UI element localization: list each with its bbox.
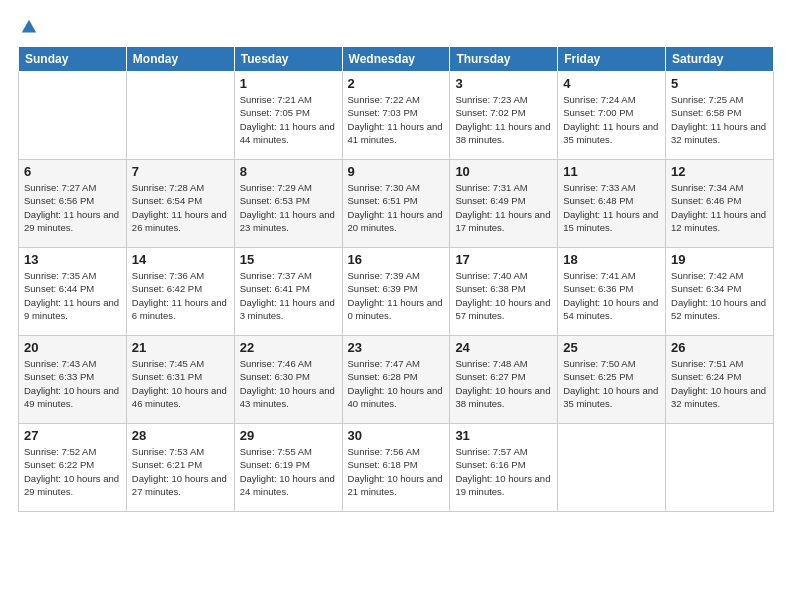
day-info: Sunrise: 7:30 AMSunset: 6:51 PMDaylight:… [348,181,445,234]
day-info: Sunrise: 7:40 AMSunset: 6:38 PMDaylight:… [455,269,552,322]
day-number: 15 [240,252,337,267]
calendar-cell: 2Sunrise: 7:22 AMSunset: 7:03 PMDaylight… [342,72,450,160]
day-info: Sunrise: 7:34 AMSunset: 6:46 PMDaylight:… [671,181,768,234]
day-info: Sunrise: 7:23 AMSunset: 7:02 PMDaylight:… [455,93,552,146]
calendar-cell: 22Sunrise: 7:46 AMSunset: 6:30 PMDayligh… [234,336,342,424]
calendar-cell: 11Sunrise: 7:33 AMSunset: 6:48 PMDayligh… [558,160,666,248]
logo [18,18,38,36]
day-info: Sunrise: 7:28 AMSunset: 6:54 PMDaylight:… [132,181,229,234]
day-info: Sunrise: 7:37 AMSunset: 6:41 PMDaylight:… [240,269,337,322]
calendar-cell: 17Sunrise: 7:40 AMSunset: 6:38 PMDayligh… [450,248,558,336]
day-info: Sunrise: 7:36 AMSunset: 6:42 PMDaylight:… [132,269,229,322]
calendar-header-friday: Friday [558,47,666,72]
calendar-cell: 5Sunrise: 7:25 AMSunset: 6:58 PMDaylight… [666,72,774,160]
calendar-week-3: 13Sunrise: 7:35 AMSunset: 6:44 PMDayligh… [19,248,774,336]
calendar-cell: 12Sunrise: 7:34 AMSunset: 6:46 PMDayligh… [666,160,774,248]
calendar-cell: 13Sunrise: 7:35 AMSunset: 6:44 PMDayligh… [19,248,127,336]
calendar-cell: 21Sunrise: 7:45 AMSunset: 6:31 PMDayligh… [126,336,234,424]
day-number: 8 [240,164,337,179]
calendar-cell: 16Sunrise: 7:39 AMSunset: 6:39 PMDayligh… [342,248,450,336]
day-number: 18 [563,252,660,267]
day-number: 4 [563,76,660,91]
calendar-cell: 27Sunrise: 7:52 AMSunset: 6:22 PMDayligh… [19,424,127,512]
day-info: Sunrise: 7:35 AMSunset: 6:44 PMDaylight:… [24,269,121,322]
calendar-cell: 1Sunrise: 7:21 AMSunset: 7:05 PMDaylight… [234,72,342,160]
day-info: Sunrise: 7:33 AMSunset: 6:48 PMDaylight:… [563,181,660,234]
day-number: 31 [455,428,552,443]
day-number: 24 [455,340,552,355]
day-number: 23 [348,340,445,355]
day-number: 16 [348,252,445,267]
day-number: 1 [240,76,337,91]
calendar-cell: 6Sunrise: 7:27 AMSunset: 6:56 PMDaylight… [19,160,127,248]
calendar-cell: 7Sunrise: 7:28 AMSunset: 6:54 PMDaylight… [126,160,234,248]
day-info: Sunrise: 7:50 AMSunset: 6:25 PMDaylight:… [563,357,660,410]
calendar-cell: 24Sunrise: 7:48 AMSunset: 6:27 PMDayligh… [450,336,558,424]
calendar-cell [666,424,774,512]
day-info: Sunrise: 7:51 AMSunset: 6:24 PMDaylight:… [671,357,768,410]
calendar-cell: 29Sunrise: 7:55 AMSunset: 6:19 PMDayligh… [234,424,342,512]
day-number: 27 [24,428,121,443]
day-info: Sunrise: 7:21 AMSunset: 7:05 PMDaylight:… [240,93,337,146]
day-number: 13 [24,252,121,267]
page: SundayMondayTuesdayWednesdayThursdayFrid… [0,0,792,612]
calendar-cell: 4Sunrise: 7:24 AMSunset: 7:00 PMDaylight… [558,72,666,160]
calendar-cell: 10Sunrise: 7:31 AMSunset: 6:49 PMDayligh… [450,160,558,248]
day-info: Sunrise: 7:29 AMSunset: 6:53 PMDaylight:… [240,181,337,234]
day-number: 26 [671,340,768,355]
day-info: Sunrise: 7:57 AMSunset: 6:16 PMDaylight:… [455,445,552,498]
day-info: Sunrise: 7:39 AMSunset: 6:39 PMDaylight:… [348,269,445,322]
day-info: Sunrise: 7:56 AMSunset: 6:18 PMDaylight:… [348,445,445,498]
calendar-cell: 15Sunrise: 7:37 AMSunset: 6:41 PMDayligh… [234,248,342,336]
day-number: 29 [240,428,337,443]
day-info: Sunrise: 7:46 AMSunset: 6:30 PMDaylight:… [240,357,337,410]
calendar-cell: 25Sunrise: 7:50 AMSunset: 6:25 PMDayligh… [558,336,666,424]
day-number: 3 [455,76,552,91]
day-info: Sunrise: 7:53 AMSunset: 6:21 PMDaylight:… [132,445,229,498]
logo-icon [20,18,38,36]
day-number: 28 [132,428,229,443]
day-info: Sunrise: 7:27 AMSunset: 6:56 PMDaylight:… [24,181,121,234]
calendar-header-row: SundayMondayTuesdayWednesdayThursdayFrid… [19,47,774,72]
calendar-cell: 23Sunrise: 7:47 AMSunset: 6:28 PMDayligh… [342,336,450,424]
calendar-cell: 19Sunrise: 7:42 AMSunset: 6:34 PMDayligh… [666,248,774,336]
day-info: Sunrise: 7:52 AMSunset: 6:22 PMDaylight:… [24,445,121,498]
day-number: 12 [671,164,768,179]
calendar-cell: 9Sunrise: 7:30 AMSunset: 6:51 PMDaylight… [342,160,450,248]
calendar-cell: 31Sunrise: 7:57 AMSunset: 6:16 PMDayligh… [450,424,558,512]
day-number: 21 [132,340,229,355]
calendar: SundayMondayTuesdayWednesdayThursdayFrid… [18,46,774,512]
day-number: 5 [671,76,768,91]
day-number: 22 [240,340,337,355]
calendar-cell: 3Sunrise: 7:23 AMSunset: 7:02 PMDaylight… [450,72,558,160]
day-info: Sunrise: 7:43 AMSunset: 6:33 PMDaylight:… [24,357,121,410]
calendar-week-1: 1Sunrise: 7:21 AMSunset: 7:05 PMDaylight… [19,72,774,160]
calendar-header-wednesday: Wednesday [342,47,450,72]
calendar-cell [558,424,666,512]
day-number: 11 [563,164,660,179]
day-info: Sunrise: 7:41 AMSunset: 6:36 PMDaylight:… [563,269,660,322]
day-info: Sunrise: 7:42 AMSunset: 6:34 PMDaylight:… [671,269,768,322]
day-number: 9 [348,164,445,179]
calendar-header-monday: Monday [126,47,234,72]
day-info: Sunrise: 7:47 AMSunset: 6:28 PMDaylight:… [348,357,445,410]
day-info: Sunrise: 7:55 AMSunset: 6:19 PMDaylight:… [240,445,337,498]
calendar-cell: 14Sunrise: 7:36 AMSunset: 6:42 PMDayligh… [126,248,234,336]
calendar-week-4: 20Sunrise: 7:43 AMSunset: 6:33 PMDayligh… [19,336,774,424]
calendar-week-5: 27Sunrise: 7:52 AMSunset: 6:22 PMDayligh… [19,424,774,512]
calendar-cell: 30Sunrise: 7:56 AMSunset: 6:18 PMDayligh… [342,424,450,512]
day-info: Sunrise: 7:45 AMSunset: 6:31 PMDaylight:… [132,357,229,410]
calendar-cell: 8Sunrise: 7:29 AMSunset: 6:53 PMDaylight… [234,160,342,248]
calendar-cell: 18Sunrise: 7:41 AMSunset: 6:36 PMDayligh… [558,248,666,336]
svg-marker-0 [22,20,36,33]
day-info: Sunrise: 7:22 AMSunset: 7:03 PMDaylight:… [348,93,445,146]
calendar-cell: 20Sunrise: 7:43 AMSunset: 6:33 PMDayligh… [19,336,127,424]
day-number: 7 [132,164,229,179]
day-number: 17 [455,252,552,267]
day-number: 6 [24,164,121,179]
calendar-header-sunday: Sunday [19,47,127,72]
calendar-cell [126,72,234,160]
day-number: 10 [455,164,552,179]
day-number: 30 [348,428,445,443]
header [18,18,774,36]
